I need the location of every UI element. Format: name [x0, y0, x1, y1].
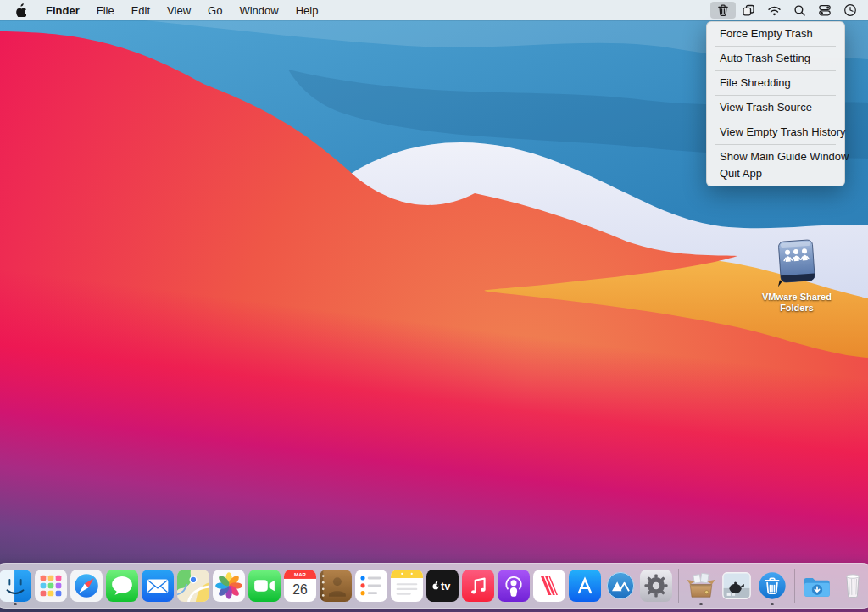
spotlight-menu-extra[interactable]: [787, 2, 812, 19]
dock-app-unarchiver[interactable]: [684, 566, 718, 605]
apple-menu[interactable]: [0, 0, 37, 20]
menu-view[interactable]: View: [159, 4, 199, 17]
dock-trash[interactable]: [836, 566, 868, 605]
menu-go[interactable]: Go: [199, 4, 231, 17]
dock-app-app-store[interactable]: [568, 566, 602, 605]
dock-app-photos[interactable]: [212, 566, 246, 605]
menu-app-name[interactable]: Finder: [37, 4, 88, 17]
running-indicator: [699, 603, 703, 606]
calendar-day: 26: [292, 582, 308, 597]
dock-app-mountain-app[interactable]: [604, 566, 637, 605]
calendar-month: MAR: [294, 571, 306, 577]
dock-minimized-window[interactable]: [720, 566, 754, 605]
dock: MAR 26: [0, 563, 868, 609]
dock-app-launchpad[interactable]: [34, 566, 68, 605]
dock-app-reminders[interactable]: [354, 566, 388, 605]
dock-app-safari[interactable]: [70, 566, 103, 605]
menu-separator: [715, 120, 836, 120]
dock-app-mail[interactable]: [141, 566, 175, 605]
wifi-menu-extra[interactable]: [761, 2, 787, 19]
menu-item-force-empty-trash[interactable]: Force Empty Trash: [710, 25, 841, 42]
menu-item-quit-app[interactable]: Quit App: [710, 165, 841, 182]
dock-app-facetime[interactable]: [248, 566, 281, 605]
dock-downloads-folder[interactable]: [800, 566, 834, 605]
dock-app-news[interactable]: [532, 566, 566, 605]
control-center-menu-extra[interactable]: [812, 2, 837, 19]
clock-icon: [843, 3, 857, 17]
dock-app-system-preferences[interactable]: [639, 566, 673, 605]
menu-separator: [715, 46, 836, 47]
menu-bar-status-area: [710, 0, 868, 20]
running-indicator: [771, 603, 774, 606]
wifi-icon: [767, 4, 782, 17]
menu-item-file-shredding[interactable]: File Shredding: [710, 75, 841, 92]
dock-app-notes[interactable]: [390, 566, 424, 605]
dock-app-finder[interactable]: [0, 566, 32, 605]
dock-app-music[interactable]: [461, 566, 495, 605]
dock-app-maps[interactable]: [176, 566, 210, 605]
menu-separator: [715, 95, 836, 96]
dock-app-trash-utility[interactable]: [755, 566, 789, 605]
dock-app-apple-tv[interactable]: tv: [426, 566, 459, 605]
stacked-windows-icon: [742, 3, 755, 17]
dock-separator: [794, 569, 795, 603]
menu-file[interactable]: File: [88, 4, 123, 17]
dock-app-calendar[interactable]: MAR 26: [283, 566, 317, 605]
search-icon: [793, 4, 806, 17]
apple-logo-icon: [14, 3, 26, 17]
running-indicator: [14, 603, 17, 606]
menu-item-view-empty-trash-history[interactable]: View Empty Trash History: [710, 124, 841, 141]
menu-separator: [715, 144, 836, 145]
dock-app-messages[interactable]: [105, 566, 139, 605]
tv-label: tv: [441, 580, 451, 593]
trash-menu-extra[interactable]: [710, 2, 736, 19]
menu-separator: [715, 70, 836, 71]
dock-app-contacts[interactable]: [319, 566, 353, 605]
menu-window[interactable]: Window: [231, 4, 287, 17]
desktop-icon-vmware-shared-folders[interactable]: VMware Shared Folders: [756, 238, 837, 314]
menu-item-view-trash-source[interactable]: View Trash Source: [710, 99, 841, 116]
menu-help[interactable]: Help: [287, 4, 327, 17]
menu-item-show-main-guide-window[interactable]: Show Main Guide Window: [710, 148, 841, 165]
menu-bar: Finder File Edit View Go Window Help: [0, 0, 868, 20]
dock-app-podcasts[interactable]: [497, 566, 531, 605]
menu-edit[interactable]: Edit: [123, 4, 159, 17]
desktop-icon-label: VMware Shared Folders: [756, 292, 837, 314]
menu-bar-left: Finder File Edit View Go Window Help: [0, 0, 326, 20]
dock-separator: [678, 569, 679, 603]
windows-menu-extra[interactable]: [736, 2, 761, 19]
control-center-icon: [818, 3, 832, 17]
clock-menu-extra[interactable]: [837, 2, 863, 19]
menu-item-auto-trash-setting[interactable]: Auto Trash Setting: [710, 50, 841, 67]
trash-icon: [716, 3, 730, 17]
trash-dropdown-menu: Force Empty Trash Auto Trash Setting Fil…: [706, 21, 845, 186]
shared-drive-icon: [765, 238, 828, 291]
